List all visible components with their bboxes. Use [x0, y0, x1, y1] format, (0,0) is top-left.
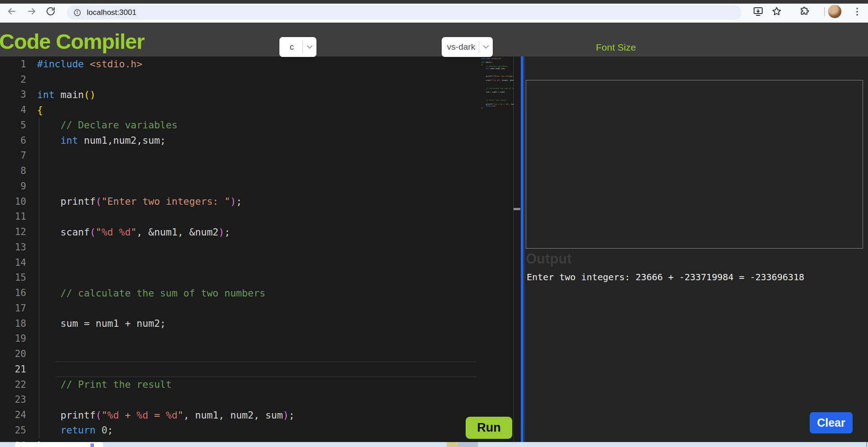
- code-line[interactable]: 14: [0, 255, 521, 270]
- code-line[interactable]: 17: [0, 301, 521, 316]
- line-number: 2: [0, 74, 26, 85]
- current-line-highlight: [55, 362, 477, 377]
- run-button[interactable]: Run: [466, 417, 512, 439]
- language-select-value: c: [279, 42, 302, 52]
- stdin-textarea[interactable]: [526, 80, 863, 249]
- code-line[interactable]: 11: [0, 209, 521, 225]
- code-text: int main(): [37, 89, 95, 100]
- line-number: 8: [0, 165, 26, 176]
- code-line[interactable]: 12 scanf("%d %d", &num1, &num2);: [0, 224, 521, 240]
- chevron-down-icon: [303, 43, 316, 51]
- code-text: // Declare variables: [37, 119, 178, 131]
- code-text: }: [481, 107, 482, 109]
- code-text: #include <stdio.h>: [37, 58, 142, 70]
- line-number: 12: [0, 226, 26, 237]
- forward-icon[interactable]: [26, 6, 37, 17]
- chevron-down-icon: [479, 43, 493, 51]
- code-line[interactable]: 25 return 0;: [0, 423, 521, 438]
- line-number: 9: [0, 181, 26, 192]
- line-number: 22: [0, 379, 26, 390]
- code-line[interactable]: 19: [0, 331, 521, 347]
- editor-edge-line: [513, 56, 514, 442]
- bookmark-star-icon[interactable]: [771, 6, 782, 17]
- toolbar-separator: [824, 7, 825, 16]
- line-number: 10: [0, 196, 26, 207]
- browser-toolbar: localhost:3001 ⋮: [0, 0, 868, 23]
- code-editor[interactable]: 1#include <stdio.h>23int main()4{5 // De…: [0, 56, 521, 442]
- output-heading: Output: [526, 251, 572, 267]
- code-line[interactable]: 10 printf("Enter two integers: ");: [0, 194, 521, 209]
- line-number: 25: [0, 425, 26, 436]
- code-line[interactable]: 15: [0, 270, 521, 286]
- line-number: 23: [0, 394, 26, 405]
- output-panel: Output Enter two integers: 23666 + -2337…: [525, 56, 868, 442]
- app-title: Code Compiler: [0, 29, 144, 54]
- code-line[interactable]: 9: [0, 179, 521, 194]
- below-fold-fragment: [458, 442, 478, 447]
- code-line[interactable]: 13: [0, 240, 521, 255]
- line-number: 24: [0, 409, 26, 420]
- code-text: printf("Enter two integers: ");: [37, 196, 242, 207]
- url-text: localhost:3001: [87, 8, 137, 17]
- site-info-icon[interactable]: [73, 9, 81, 17]
- install-app-icon[interactable]: [753, 6, 764, 17]
- code-text: sum = num1 + num2;: [37, 318, 166, 329]
- code-line[interactable]: 16 // calculate the sum of two numbers: [0, 285, 521, 301]
- code-line[interactable]: 18 sum = num1 + num2;: [0, 316, 521, 331]
- theme-select-value: vs-dark: [442, 42, 479, 52]
- code-line[interactable]: 4{: [0, 102, 521, 118]
- line-number: 19: [0, 333, 26, 344]
- code-line[interactable]: 8: [0, 163, 521, 179]
- panel-divider[interactable]: [521, 56, 524, 442]
- below-fold-fragment: [447, 442, 458, 447]
- program-output-text: Enter two integers: 23666 + -233719984 =…: [527, 272, 804, 282]
- line-number: 4: [0, 104, 26, 115]
- code-line[interactable]: 6 int num1,num2,sum;: [0, 133, 521, 148]
- code-line[interactable]: 5 // Declare variables: [0, 118, 521, 133]
- code-line[interactable]: 2: [0, 72, 521, 87]
- code-text: printf("%d + %d = %d", num1, num2, sum);: [37, 409, 295, 421]
- refresh-icon[interactable]: [45, 6, 56, 17]
- editor-scrollbar-thumb[interactable]: [514, 208, 520, 210]
- code-line[interactable]: 22 // Print the result: [0, 377, 521, 392]
- code-line[interactable]: 23: [0, 392, 521, 408]
- below-fold-fragment: [866, 442, 867, 447]
- indent-guide: [39, 118, 39, 438]
- code-text: // Print the result: [37, 379, 172, 390]
- code-line[interactable]: 21: [0, 362, 521, 377]
- line-number: 17: [0, 303, 26, 314]
- code-text: return 0;: [37, 424, 113, 436]
- code-line[interactable]: 24 printf("%d + %d = %d", num1, num2, su…: [0, 407, 521, 423]
- clear-button[interactable]: Clear: [810, 412, 853, 433]
- code-line[interactable]: 7: [0, 148, 521, 164]
- code-line[interactable]: 26}: [0, 438, 521, 442]
- line-number: 16: [0, 287, 26, 298]
- line-number: 20: [0, 348, 26, 359]
- extensions-puzzle-icon[interactable]: [799, 6, 810, 17]
- language-select[interactable]: c: [279, 37, 316, 57]
- code-line[interactable]: 1#include <stdio.h>: [0, 56, 521, 72]
- below-fold-icon: [90, 443, 94, 447]
- code-line[interactable]: 20: [0, 346, 521, 362]
- below-fold-card-sliver: [15, 442, 103, 447]
- line-number: 5: [0, 120, 26, 131]
- url-bar[interactable]: localhost:3001: [67, 5, 741, 19]
- profile-avatar[interactable]: [828, 5, 842, 19]
- page-scroll-strip: [0, 442, 868, 447]
- line-number: 13: [0, 242, 26, 253]
- code-text: scanf("%d %d", &num1, &num2);: [37, 226, 230, 238]
- window-frame-edge: [0, 0, 868, 4]
- back-icon[interactable]: [6, 6, 17, 17]
- line-number: 1: [0, 59, 26, 70]
- code-text: // calculate the sum of two numbers: [37, 287, 265, 299]
- kebab-menu-icon[interactable]: ⋮: [853, 5, 862, 17]
- line-number: 3: [0, 89, 26, 100]
- code-line[interactable]: 3int main(): [0, 87, 521, 103]
- line-number: 18: [0, 318, 26, 329]
- editor-minimap[interactable]: #include <stdio.h>int main(){ // Declare…: [481, 57, 514, 116]
- code-line[interactable]: }: [481, 107, 514, 109]
- theme-select[interactable]: vs-dark: [442, 37, 493, 57]
- line-number: 15: [0, 272, 26, 283]
- line-number: 14: [0, 257, 26, 268]
- code-lines[interactable]: 1#include <stdio.h>23int main()4{5 // De…: [0, 56, 521, 442]
